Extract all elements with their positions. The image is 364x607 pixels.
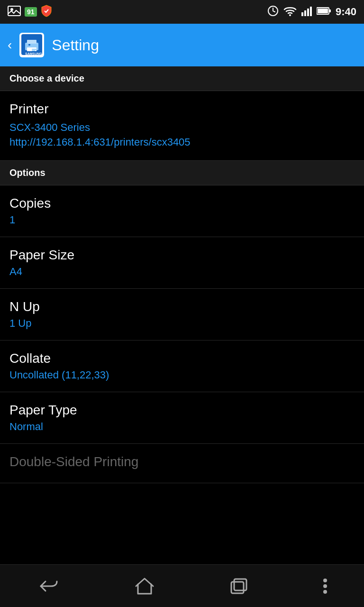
app-icon: SAMSUNG bbox=[19, 33, 44, 57]
svg-point-21 bbox=[323, 579, 327, 582]
setting-value-n-up: 1 Up bbox=[9, 317, 355, 330]
nav-menu-button[interactable] bbox=[313, 572, 337, 600]
content-area: Choose a device Printer SCX-3400 Series … bbox=[0, 66, 364, 564]
status-bar: 91 bbox=[0, 0, 364, 24]
setting-title-n-up: N Up bbox=[9, 299, 355, 314]
signal-icon bbox=[301, 6, 312, 18]
setting-title-paper-type: Paper Type bbox=[9, 403, 355, 418]
back-button[interactable]: ‹ bbox=[8, 37, 12, 53]
header-title: Setting bbox=[52, 37, 99, 54]
status-bar-right: 9:40 bbox=[267, 5, 356, 19]
setting-value-collate: Uncollated (11,22,33) bbox=[9, 369, 355, 381]
battery-91-icon: 91 bbox=[25, 7, 37, 17]
printer-name: SCX-3400 Series http://192.168.1.4:631/p… bbox=[9, 120, 355, 150]
svg-rect-7 bbox=[310, 7, 312, 16]
clock-icon bbox=[267, 5, 279, 19]
nav-recents-button[interactable] bbox=[219, 572, 259, 600]
svg-text:SAMSUNG: SAMSUNG bbox=[25, 52, 42, 55]
setting-title-copies: Copies bbox=[9, 196, 355, 211]
svg-rect-10 bbox=[329, 9, 331, 12]
svg-rect-6 bbox=[307, 9, 309, 16]
setting-title-collate: Collate bbox=[9, 351, 355, 366]
setting-row-double-sided: Double-Sided Printing bbox=[0, 444, 364, 483]
nav-back-button[interactable] bbox=[27, 573, 70, 599]
setting-value-copies: 1 bbox=[9, 214, 355, 226]
setting-row-collate[interactable]: CollateUncollated (11,22,33) bbox=[0, 340, 364, 392]
battery-icon bbox=[317, 7, 331, 18]
svg-point-1 bbox=[10, 8, 13, 11]
setting-row-n-up[interactable]: N Up1 Up bbox=[0, 289, 364, 340]
image-icon bbox=[8, 6, 21, 18]
app-header: ‹ SAMSUNG Setting bbox=[0, 24, 364, 66]
svg-rect-15 bbox=[28, 44, 30, 46]
wifi-icon bbox=[283, 6, 297, 18]
nav-home-button[interactable] bbox=[125, 572, 164, 600]
svg-rect-16 bbox=[32, 49, 36, 50]
printer-label: Printer bbox=[9, 101, 355, 117]
setting-row-paper-type[interactable]: Paper TypeNormal bbox=[0, 392, 364, 444]
section-options: Options bbox=[0, 161, 364, 185]
status-bar-left: 91 bbox=[8, 5, 52, 19]
svg-rect-0 bbox=[8, 6, 20, 16]
printer-row[interactable]: Printer SCX-3400 Series http://192.168.1… bbox=[0, 91, 364, 161]
svg-point-23 bbox=[323, 590, 327, 594]
setting-value-paper-type: Normal bbox=[9, 421, 355, 433]
settings-list: Copies1Paper SizeA4N Up1 UpCollateUncoll… bbox=[0, 185, 364, 483]
svg-rect-9 bbox=[318, 9, 328, 13]
nav-bar bbox=[0, 564, 364, 607]
setting-value-paper-size: A4 bbox=[9, 266, 355, 278]
setting-row-paper-size[interactable]: Paper SizeA4 bbox=[0, 237, 364, 289]
svg-rect-19 bbox=[231, 582, 244, 593]
svg-rect-13 bbox=[27, 40, 36, 44]
setting-row-copies[interactable]: Copies1 bbox=[0, 185, 364, 237]
setting-title-double-sided: Double-Sided Printing bbox=[9, 454, 355, 469]
setting-title-paper-size: Paper Size bbox=[9, 248, 355, 263]
svg-point-3 bbox=[289, 14, 291, 16]
svg-point-22 bbox=[323, 584, 327, 588]
status-time: 9:40 bbox=[336, 6, 356, 18]
svg-rect-17 bbox=[32, 50, 36, 51]
shield-icon bbox=[41, 5, 52, 19]
svg-rect-20 bbox=[234, 579, 246, 590]
section-choose-device: Choose a device bbox=[0, 66, 364, 91]
svg-rect-4 bbox=[301, 12, 303, 16]
svg-rect-5 bbox=[304, 10, 306, 16]
